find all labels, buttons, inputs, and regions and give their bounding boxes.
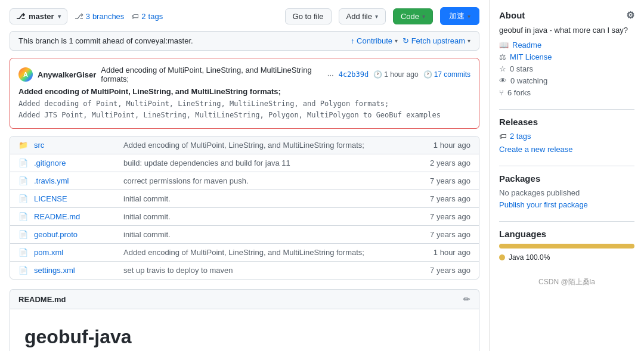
contribute-link[interactable]: ↑ Contribute ▾ [351, 36, 398, 45]
file-name[interactable]: settings.xml [34, 266, 123, 275]
table-row: 📄 settings.xml set up travis to deploy t… [10, 262, 479, 279]
gear-icon[interactable]: ⚙ [626, 10, 634, 21]
accelerate-button[interactable]: 加速 ▾ [440, 7, 479, 25]
file-commit-msg: initial commit. [123, 212, 417, 221]
contribute-chevron: ▾ [395, 38, 398, 44]
file-commit-msg: set up travis to deploy to maven [123, 266, 417, 275]
file-name[interactable]: LICENSE [34, 194, 123, 203]
table-row: 📄 geobuf.proto initial commit. 7 years a… [10, 226, 479, 244]
file-name[interactable]: geobuf.proto [34, 230, 123, 239]
table-row: 📄 LICENSE initial commit. 7 years ago [10, 190, 479, 208]
table-row: 📁 src Added encoding of MultiPoint, Line… [10, 136, 479, 154]
add-file-button[interactable]: Add file ▾ [339, 8, 386, 24]
forks-count: ⑂ 6 forks [499, 88, 634, 97]
languages-section: Languages Java 100.0% [499, 229, 634, 262]
publish-package-link[interactable]: Publish your first package [499, 200, 588, 209]
branch-count-icon: ⎇ [75, 12, 83, 21]
file-time: 7 years ago [417, 176, 470, 185]
scale-icon: ⚖ [499, 52, 506, 61]
add-file-label: Add file [346, 12, 372, 21]
tag-icon: 🏷 [131, 12, 139, 21]
fetch-label: ↻ Fetch upstream [402, 36, 465, 45]
ahead-banner: This branch is 1 commit ahead of conveya… [10, 31, 479, 51]
eye-icon: 👁 [499, 76, 507, 85]
file-commit-msg: Added encoding of MultiPoint, LineString… [123, 248, 417, 257]
tags-link[interactable]: 🏷 2 tags [131, 12, 163, 21]
branches-label: branches [92, 12, 124, 21]
file-time: 7 years ago [417, 212, 470, 221]
branches-link[interactable]: ⎇ 3 branches [75, 12, 125, 21]
fetch-chevron: ▾ [467, 38, 470, 44]
table-row: 📄 pom.xml Added encoding of MultiPoint, … [10, 244, 479, 262]
file-time: 7 years ago [417, 194, 470, 203]
ahead-text: This branch is 1 commit ahead of conveya… [18, 36, 193, 45]
file-commit-msg: correct permissions for maven push. [123, 176, 417, 185]
file-commit-msg: initial commit. [123, 230, 417, 239]
readme-section: README.md ✏ geobuf-java [10, 289, 479, 351]
file-name[interactable]: .gitignore [34, 159, 123, 167]
clock-icon: 🕐 [373, 70, 382, 79]
readme-title: geobuf-java [24, 326, 465, 348]
stars-label[interactable]: 0 stars [510, 64, 533, 73]
readme-filename: README.md [18, 295, 66, 304]
latest-commit-box: A AnywalkerGiser Added encoding of Multi… [10, 58, 479, 129]
language-bar [499, 244, 634, 249]
fetch-upstream-link[interactable]: ↻ Fetch upstream ▾ [402, 36, 470, 45]
file-name[interactable]: .travis.yml [34, 176, 123, 185]
readme-link: 📖 Readme [499, 41, 634, 49]
tags-count: 2 [141, 12, 145, 21]
commit-hash[interactable]: 4c2b39d [339, 70, 369, 79]
commit-author[interactable]: AnywalkerGiser [38, 70, 96, 79]
about-description: geobuf in java - what more can I say? [499, 26, 634, 35]
languages-title: Languages [499, 229, 546, 239]
watching-label[interactable]: 0 watching [510, 76, 547, 85]
about-title: About [499, 10, 525, 20]
add-file-chevron: ▾ [375, 13, 378, 20]
forks-label[interactable]: 6 forks [507, 88, 531, 97]
file-table: 📁 src Added encoding of MultiPoint, Line… [10, 136, 479, 279]
stars-count: ☆ 0 stars [499, 64, 634, 73]
tags-count-link[interactable]: 2 tags [510, 132, 531, 141]
file-icon: 📄 [18, 194, 30, 203]
packages-title: Packages [499, 173, 540, 184]
file-name[interactable]: src [34, 141, 123, 150]
code-button[interactable]: Code ▾ [393, 8, 433, 24]
commit-title: Added encoding of MultiPoint, LineString… [18, 87, 470, 96]
file-icon: 📄 [18, 212, 30, 221]
file-name[interactable]: README.md [34, 212, 123, 221]
tag-icon2: 🏷 [499, 132, 507, 141]
accelerate-chevron: ▾ [467, 13, 470, 20]
file-icon: 📄 [18, 230, 30, 239]
create-release-link[interactable]: Create a new release [499, 145, 573, 154]
chevron-down-icon: ▾ [58, 13, 61, 20]
commit-count[interactable]: 🕐 17 commits [423, 70, 470, 79]
history-icon: 🕐 [423, 70, 432, 79]
branch-name: master [29, 12, 54, 21]
branch-actions: ↑ Contribute ▾ ↻ Fetch upstream ▾ [351, 36, 470, 45]
file-commit-msg: Added encoding of MultiPoint, LineString… [123, 141, 417, 150]
tags-label: tags [148, 12, 163, 21]
file-time: 1 hour ago [417, 248, 470, 257]
releases-section: Releases 🏷 2 tags Create a new release [499, 117, 634, 154]
commit-time: 🕐 1 hour ago [373, 70, 418, 79]
file-icon: 📄 [18, 248, 30, 257]
go-to-file-label: Go to file [293, 12, 324, 21]
commit-detail-line2: Added JTS Point, MultiPoint, LineString,… [18, 110, 470, 121]
about-section: About ⚙ geobuf in java - what more can I… [499, 10, 634, 97]
license-link-text[interactable]: MIT License [510, 52, 552, 61]
table-row: 📄 .travis.yml correct permissions for ma… [10, 172, 479, 190]
fork-icon: ⑂ [499, 88, 504, 97]
book-icon: 📖 [499, 41, 509, 49]
java-dot [499, 254, 505, 260]
watermark: CSDN @陌上桑la [499, 274, 634, 291]
edit-icon[interactable]: ✏ [463, 294, 470, 304]
readme-link-text[interactable]: Readme [512, 41, 541, 49]
contribute-label: ↑ Contribute [351, 36, 392, 45]
file-commit-msg: build: update dependencies and build for… [123, 159, 417, 167]
go-to-file-button[interactable]: Go to file [285, 8, 332, 24]
commit-dots[interactable]: ··· [327, 70, 334, 79]
releases-title: Releases [499, 117, 538, 127]
branch-selector[interactable]: ⎇ master ▾ [10, 8, 67, 24]
commit-message-short[interactable]: Added encoding of MultiPoint, LineString… [101, 66, 323, 83]
file-name[interactable]: pom.xml [34, 248, 123, 257]
